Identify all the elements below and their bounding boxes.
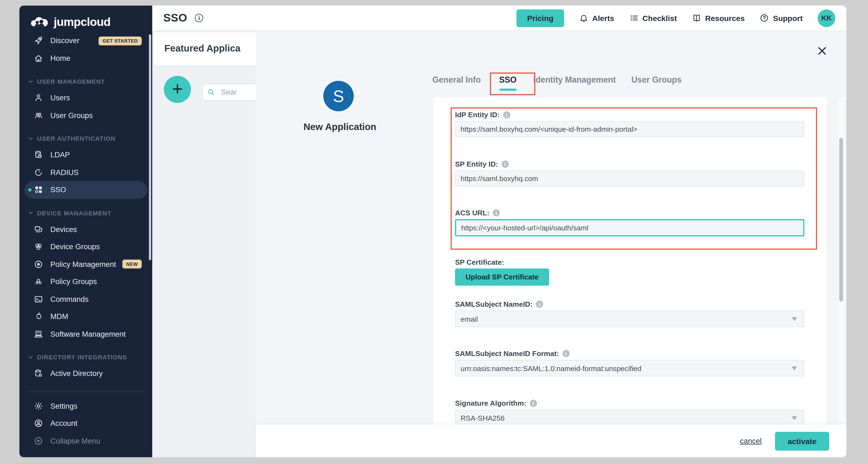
sidebar-item-active-directory[interactable]: Active Directory (24, 365, 147, 382)
topbar: SSO i Pricing Alerts Checklist Resources… (152, 5, 846, 31)
alerts-button[interactable]: Alerts (579, 13, 614, 23)
tab-general-info[interactable]: General Info (432, 75, 481, 84)
support-label: Support (773, 13, 803, 22)
new-application-modal: S New Application General Info SSO Ident… (256, 31, 846, 458)
collapse-arrow-icon (34, 436, 43, 446)
idp-entity-id-label: IdP Entity ID: (455, 111, 500, 119)
signature-algorithm-select[interactable]: RSA-SHA256 (455, 410, 804, 426)
upload-sp-certificate-button[interactable]: Upload SP Certificate (455, 269, 549, 286)
sidebar-item-mdm[interactable]: MDM (24, 308, 147, 325)
policy-groups-icon (34, 277, 43, 286)
idp-entity-id-label-row: IdP Entity ID: i (455, 111, 510, 119)
new-badge: NEW (122, 260, 142, 269)
sidebar-section-directory-integrations[interactable]: DIRECTORY INTEGRATIONS (19, 349, 152, 365)
cancel-button[interactable]: cancel (740, 437, 762, 445)
sidebar-item-users[interactable]: Users (24, 89, 147, 106)
checklist-icon (629, 13, 639, 23)
close-icon[interactable] (816, 45, 828, 57)
signature-algorithm-value: RSA-SHA256 (460, 414, 504, 422)
modal-footer: cancel activate (256, 425, 846, 457)
dropdown-caret-icon (792, 416, 797, 420)
policy-management-icon (34, 259, 43, 269)
tab-sso[interactable]: SSO (499, 75, 517, 84)
avatar[interactable]: KK (817, 9, 835, 27)
sp-certificate-label: SP Certificate: (455, 258, 504, 266)
sidebar-item-sso[interactable]: SSO (24, 181, 147, 198)
sidebar-item-discover[interactable]: Discover GET STARTED (24, 32, 147, 50)
jumpcloud-logo-text: jumpcloud (54, 15, 111, 29)
info-icon[interactable]: i (493, 209, 500, 216)
software-management-icon (34, 329, 43, 339)
saml-subject-nameid-value: email (460, 315, 477, 323)
modal-scrollbar-thumb[interactable] (839, 138, 843, 302)
sidebar-item-account[interactable]: Account (24, 415, 147, 432)
section-title: USER MANAGEMENT (37, 78, 105, 85)
sidebar-item-collapse-menu[interactable]: Collapse Menu (24, 432, 147, 450)
resources-button[interactable]: Resources (692, 13, 745, 23)
sidebar-section-device-management[interactable]: DEVICE MANAGEMENT (19, 205, 152, 221)
activate-button[interactable]: activate (775, 432, 829, 451)
modal-scrollbar-track[interactable] (838, 97, 844, 425)
saml-subject-nameid-format-select[interactable]: urn:oasis:names:tc:SAML:1.0:nameid-forma… (455, 360, 804, 376)
ldap-database-icon (34, 150, 43, 160)
sidebar-item-label: User Groups (51, 111, 93, 119)
sidebar-section-user-management[interactable]: USER MANAGEMENT (19, 73, 152, 89)
sidebar-item-radius[interactable]: RADIUS (24, 163, 147, 181)
application-name: New Application (290, 122, 390, 133)
support-button[interactable]: Support (760, 13, 803, 23)
sso-grid-icon (34, 185, 43, 195)
add-application-button[interactable]: + (164, 76, 191, 103)
pricing-button[interactable]: Pricing (517, 9, 564, 27)
saml-subject-nameid-select[interactable]: email (455, 311, 804, 327)
info-icon[interactable]: i (562, 350, 569, 357)
sidebar-item-settings[interactable]: Settings (24, 397, 147, 415)
info-icon[interactable]: i (501, 161, 508, 168)
sidebar-divider (28, 391, 144, 392)
resources-label: Resources (705, 13, 745, 22)
sidebar-item-label: Active Directory (51, 369, 103, 378)
idp-entity-id-input[interactable] (455, 121, 804, 137)
devices-icon (34, 225, 43, 234)
plus-icon: + (172, 79, 183, 98)
rocket-icon (34, 36, 43, 45)
checklist-label: Checklist (643, 13, 677, 22)
tab-identity-management[interactable]: Identity Management (533, 75, 616, 84)
topbar-right: Pricing Alerts Checklist Resources Suppo… (517, 9, 835, 27)
sidebar-item-policy-groups[interactable]: Policy Groups (24, 273, 147, 290)
apple-mdm-icon (34, 312, 43, 321)
sidebar-item-commands[interactable]: Commands (24, 290, 147, 308)
sidebar-item-label: RADIUS (51, 168, 79, 176)
dropdown-caret-icon (792, 317, 797, 321)
sidebar-nav: Discover GET STARTED Home USER MANAGEMEN… (19, 32, 152, 450)
tab-user-groups[interactable]: User Groups (631, 75, 682, 84)
sidebar-section-user-authentication[interactable]: USER AUTHENTICATION (19, 131, 152, 146)
alerts-label: Alerts (592, 13, 614, 22)
sidebar-item-software-management[interactable]: Software Management (24, 325, 147, 343)
info-icon[interactable]: i (530, 400, 537, 407)
search-input[interactable] (220, 88, 258, 97)
sidebar-item-label: Devices (51, 225, 77, 234)
sidebar-item-label: LDAP (51, 151, 70, 159)
help-circle-icon (760, 13, 769, 23)
device-groups-venn-icon (34, 242, 43, 252)
sp-entity-id-input[interactable] (455, 171, 804, 186)
info-icon[interactable]: i (503, 111, 510, 118)
acs-url-input[interactable] (455, 219, 804, 236)
active-tab-underline (499, 89, 517, 91)
sidebar-scrollbar-thumb[interactable] (149, 34, 151, 260)
user-groups-icon (34, 111, 43, 120)
sidebar-item-devices[interactable]: Devices (24, 221, 147, 238)
book-icon (692, 13, 702, 23)
sidebar-item-device-groups[interactable]: Device Groups (24, 238, 147, 255)
sidebar-item-policy-management[interactable]: Policy Management NEW (24, 255, 147, 273)
sidebar-item-label: Account (51, 419, 78, 428)
sidebar-item-home[interactable]: Home (24, 50, 147, 67)
jumpcloud-logo[interactable]: jumpcloud (19, 5, 152, 31)
sidebar-item-ldap[interactable]: LDAP (24, 146, 147, 163)
application-logo: S (323, 81, 354, 111)
sidebar-item-user-groups[interactable]: User Groups (24, 106, 147, 124)
info-icon[interactable]: i (536, 301, 543, 308)
checklist-button[interactable]: Checklist (629, 13, 677, 23)
signature-algorithm-label: Signature Algorithm: (455, 399, 526, 407)
info-icon[interactable]: i (195, 14, 203, 22)
